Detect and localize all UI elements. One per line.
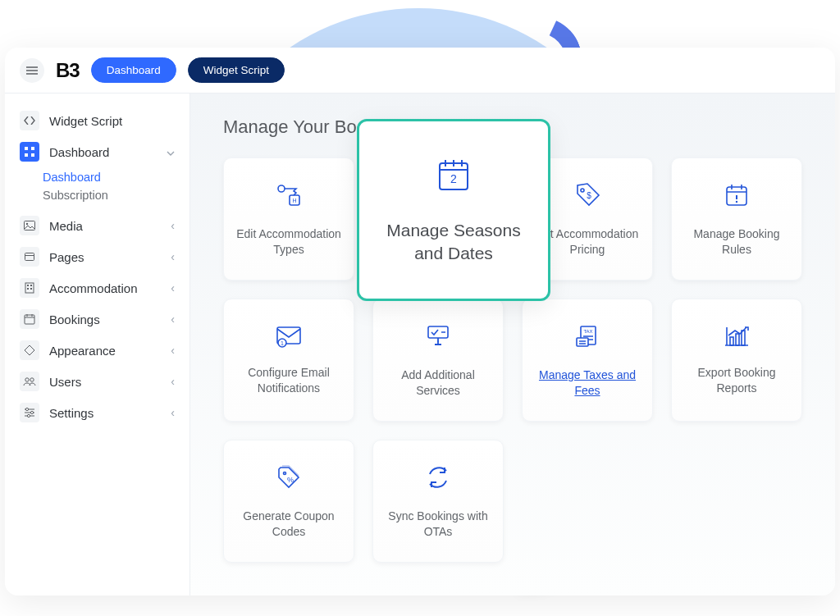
card-label: Manage Seasons and Dates [376,219,532,266]
card-label: Generate Coupon Codes [231,509,347,540]
card-add-additional-services[interactable]: Add Additional Services [372,299,504,422]
chevron-left-icon: ‹ [171,344,175,357]
card-manage-seasons-dates[interactable]: 2 Manage Seasons and Dates [357,119,550,301]
svg-text:$: $ [587,191,591,200]
svg-rect-10 [27,288,29,290]
sidebar-item-media[interactable]: Media ‹ [13,210,181,241]
card-label: Add Additional Services [380,367,496,399]
svg-rect-7 [25,283,34,293]
svg-point-29 [437,340,439,342]
sidebar-item-bookings[interactable]: Bookings ‹ [13,303,181,335]
svg-point-5 [26,223,28,225]
svg-rect-2 [25,153,28,157]
card-label: Edit Accommodation Types [231,226,347,258]
sidebar-item-label: Dashboard [49,145,157,159]
sliders-icon [20,403,39,422]
svg-point-36 [284,472,286,475]
sidebar-item-label: Bookings [49,313,161,326]
svg-text:%: % [287,476,294,484]
card-label: Manage Taxes and Fees [529,367,646,399]
svg-text:H: H [292,198,296,203]
card-label: Export Booking Reports [678,365,795,396]
chevron-left-icon: ‹ [171,219,175,232]
chevron-down-icon [167,145,175,158]
hamburger-icon [26,66,38,75]
calendar-date-icon: 2 [434,155,473,198]
chevron-left-icon: ‹ [171,250,175,263]
card-label: Manage Booking Rules [678,226,795,258]
sidebar-item-accommodation[interactable]: Accommodation ‹ [13,272,181,303]
sidebar-item-label: Pages [49,250,161,264]
sidebar-item-settings[interactable]: Settings ‹ [13,397,181,428]
svg-point-13 [25,378,29,381]
code-icon [20,111,39,130]
widget-script-tab-button[interactable]: Widget Script [188,57,285,83]
dashboard-tab-button[interactable]: Dashboard [91,57,176,83]
calendar-icon [20,309,39,329]
sidebar-item-label: Accommodation [49,281,161,295]
building-icon [20,278,39,298]
discount-tag-icon: % [274,463,304,495]
chevron-left-icon: ‹ [171,406,175,419]
svg-point-18 [278,185,285,192]
svg-rect-4 [25,221,35,230]
svg-rect-35 [742,331,745,345]
svg-rect-33 [730,337,733,345]
svg-rect-9 [30,285,32,286]
tax-receipt-icon: TAX [573,322,602,354]
card-label: Configure Email Notifications [231,365,347,396]
card-manage-booking-rules[interactable]: Manage Booking Rules [671,157,802,281]
chart-icon [722,324,751,352]
sidebar-item-dashboard[interactable]: Dashboard [13,136,181,167]
envelope-icon: 1 [274,324,304,352]
image-icon [20,216,39,235]
svg-rect-0 [25,147,28,150]
grid-icon [20,142,39,162]
chevron-left-icon: ‹ [171,375,175,388]
menu-toggle-button[interactable] [20,58,44,83]
svg-rect-6 [25,253,34,261]
sidebar-item-users[interactable]: Users ‹ [13,366,181,397]
sidebar-sub-dashboard[interactable]: Dashboard [43,171,181,184]
logo: B3 [56,59,80,82]
chevron-left-icon: ‹ [171,313,175,326]
svg-text:1: 1 [281,340,284,346]
topbar: B3 Dashboard Widget Script [5,48,835,94]
card-configure-email-notifications[interactable]: 1 Configure Email Notifications [223,299,354,422]
sidebar-subitems: Dashboard Subscription [43,171,181,202]
card-manage-taxes-fees[interactable]: TAX Manage Taxes and Fees [522,299,653,422]
card-sync-bookings-otas[interactable]: Sync Bookings with OTAs [372,440,504,563]
svg-rect-11 [30,288,32,290]
svg-point-24 [736,201,737,203]
svg-point-17 [27,414,30,417]
sidebar-item-label: Media [49,219,161,233]
svg-point-15 [25,408,28,410]
card-edit-accommodation-types[interactable]: H Edit Accommodation Types [223,157,354,281]
card-export-booking-reports[interactable]: Export Booking Reports [671,299,802,422]
svg-rect-12 [25,315,34,324]
svg-rect-1 [31,147,34,150]
card-label: Sync Bookings with OTAs [380,509,496,540]
svg-rect-8 [27,285,29,286]
sidebar-item-label: Widget Script [49,114,175,128]
price-tag-icon: $ [573,180,602,213]
users-icon [20,372,39,391]
sidebar-item-label: Users [49,375,161,389]
sidebar-item-pages[interactable]: Pages ‹ [13,241,181,272]
sidebar-item-widget-script[interactable]: Widget Script [13,105,181,136]
sidebar-item-appearance[interactable]: Appearance ‹ [13,335,181,366]
svg-point-16 [30,411,33,413]
sidebar-sub-subscription[interactable]: Subscription [43,189,181,202]
diamond-icon [20,340,39,360]
card-generate-coupon-codes[interactable]: % Generate Coupon Codes [223,440,354,563]
checklist-icon [423,322,453,354]
sidebar-item-label: Appearance [49,344,161,358]
svg-rect-34 [736,334,739,345]
sidebar: Widget Script Dashboard Dashboard Subscr… [5,94,190,595]
svg-rect-3 [31,153,34,157]
svg-point-21 [581,189,584,192]
svg-text:2: 2 [450,172,457,185]
sidebar-item-label: Settings [49,406,161,420]
svg-rect-32 [577,338,588,346]
key-tag-icon: H [274,180,304,213]
